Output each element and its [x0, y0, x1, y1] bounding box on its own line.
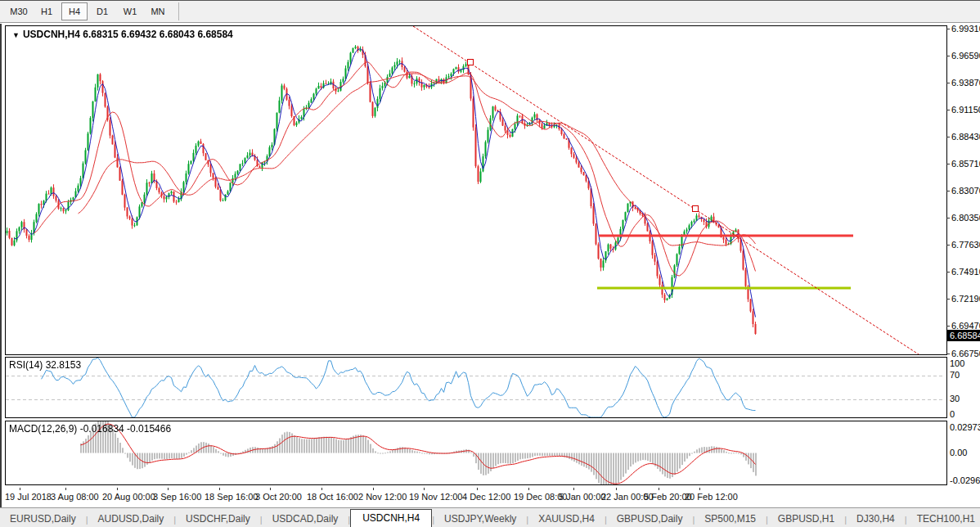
timeframe-d1[interactable]: D1 [89, 2, 115, 20]
price-axis-label: 6.99310 [951, 24, 980, 34]
chart-dropdown-icon: ▼ [12, 31, 20, 39]
main-chart-pane[interactable]: ▼USDCNH,H4 6.68315 6.69432 6.68043 6.685… [5, 25, 947, 355]
time-axis-tick [219, 488, 220, 490]
time-axis-label: 2 Nov 12:00 [358, 492, 407, 502]
macd-axis-label: -0.029678 [950, 475, 980, 485]
toolbar-separator [178, 2, 179, 20]
price-axis-label: 6.74910 [951, 267, 980, 277]
macd-indicator-pane[interactable]: MACD(12,26,9) -0.016834 -0.015466 [5, 421, 947, 485]
time-axis-label: 4 Dec 12:00 [462, 492, 510, 502]
price-axis-label: 6.66750 [951, 349, 980, 358]
window-left-border [0, 24, 2, 527]
time-axis-tick [117, 488, 118, 490]
symbol-tab-tech100[interactable]: TECH100,H1 [907, 511, 980, 527]
price-axis-label: 6.91150 [951, 105, 980, 115]
chart-ohlc-values: 6.68315 6.69432 6.68043 6.68584 [83, 29, 233, 40]
time-axis-label: 3 Aug 08:00 [51, 492, 99, 502]
time-axis-tick [373, 488, 374, 490]
rsi-canvas[interactable] [6, 358, 945, 417]
price-axis-label: 6.85710 [951, 159, 980, 169]
candlestick-canvas[interactable] [6, 26, 945, 354]
rsi-indicator-pane[interactable]: RSI(14) 32.8153 [5, 357, 947, 418]
symbol-tab-usdchf[interactable]: USDCHF,Daily [176, 511, 260, 527]
time-axis-label: 20 Aug 00:00 [102, 492, 155, 502]
price-axis-label: 6.83070 [951, 186, 980, 196]
symbol-tab-gbpusd[interactable]: GBPUSD,Daily [607, 511, 693, 527]
time-axis-tick [270, 488, 271, 490]
time-axis-tick [20, 488, 20, 490]
rsi-label: RSI(14) 32.8153 [9, 359, 81, 371]
time-axis-tick [168, 488, 169, 490]
symbol-tab-bar: EURUSD,Daily|AUDUSD,Daily|USDCHF,Daily|U… [0, 507, 980, 527]
time-axis-tick [573, 488, 574, 490]
time-axis-tick [477, 488, 478, 490]
time-axis[interactable]: 19 Jul 20183 Aug 08:0020 Aug 00:003 Sep … [5, 488, 962, 506]
price-axis-label: 6.80350 [951, 213, 980, 223]
symbol-tab-audusd[interactable]: AUDUSD,Daily [88, 511, 174, 527]
symbol-tab-usdjpy[interactable]: USDJPY,Weekly [434, 511, 526, 527]
price-axis-label: 6.88430 [951, 132, 980, 142]
price-axis-label: 6.77630 [951, 240, 980, 250]
macd-axis-label: 0.00 [950, 448, 967, 457]
rsi-axis-label: 30 [950, 394, 960, 403]
time-axis-tick [321, 488, 322, 490]
time-axis-label: 18 Oct 16:00 [307, 492, 358, 502]
timeframe-h4[interactable]: H4 [61, 2, 88, 20]
chart-title: ▼USDCNH,H4 6.68315 6.69432 6.68043 6.685… [12, 29, 233, 40]
time-axis-tick [699, 488, 700, 490]
symbol-tab-gbpusd[interactable]: GBPUSD,H1 [768, 511, 844, 527]
timeframe-toolbar: M30H1H4D1W1MN [0, 1, 980, 23]
time-axis-label: 3 Oct 20:00 [255, 492, 302, 502]
time-axis-label: 5 Jan 00:00 [559, 492, 606, 502]
rsi-axis-label: 0 [950, 409, 955, 419]
symbol-tab-dj30[interactable]: DJ30,H4 [847, 511, 905, 527]
symbol-tab-xauusd[interactable]: XAUUSD,H4 [528, 511, 605, 527]
price-axis-label: 6.93870 [951, 78, 980, 88]
chart-symbol-label: USDCNH,H4 [23, 29, 80, 40]
time-axis-label: 19 Nov 12:00 [409, 492, 462, 502]
timeframe-m30[interactable]: M30 [6, 2, 32, 20]
rsi-axis-label: 70 [950, 370, 960, 380]
symbol-tab-usdcnh[interactable]: USDCNH,H4 [350, 509, 432, 527]
time-axis-tick [528, 488, 529, 490]
price-axis-label: 6.96590 [951, 51, 980, 61]
timeframe-w1[interactable]: W1 [117, 2, 143, 20]
time-axis-label: 19 Jul 2018 [5, 492, 52, 502]
symbol-tab-eurusd[interactable]: EURUSD,Daily [0, 511, 86, 527]
timeframe-mn[interactable]: MN [145, 2, 171, 20]
timeframe-h1[interactable]: H1 [34, 2, 60, 20]
macd-axis-label: 0.029737 [950, 422, 980, 432]
rsi-axis-label: 100 [950, 358, 964, 368]
time-axis-label: 3 Sep 16:00 [153, 492, 201, 502]
symbol-tab-usdcad[interactable]: USDCAD,Daily [263, 511, 348, 527]
time-axis-tick [65, 488, 66, 490]
time-axis-label: 20 Feb 12:00 [685, 492, 738, 502]
time-axis-tick [616, 488, 617, 490]
macd-label: MACD(12,26,9) -0.016834 -0.015466 [9, 423, 171, 435]
symbol-tab-sp500[interactable]: SP500,M15 [695, 511, 766, 527]
time-axis-tick [424, 488, 425, 490]
current-price-badge: 6.68584 [947, 330, 980, 341]
price-axis-label: 6.72190 [951, 294, 980, 304]
time-axis-tick [659, 488, 659, 490]
time-axis-label: 18 Sep 16:00 [205, 492, 258, 502]
